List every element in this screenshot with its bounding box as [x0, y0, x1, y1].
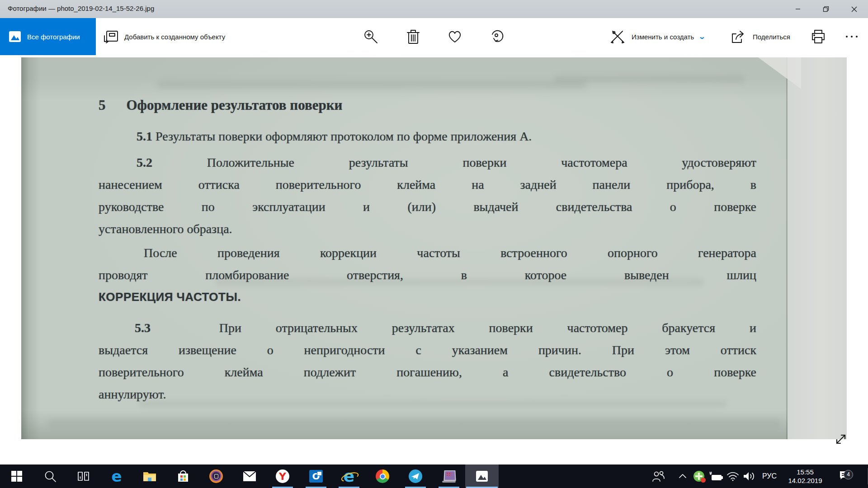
- add-to-album-icon: [103, 29, 118, 44]
- favorite-button[interactable]: [444, 18, 466, 55]
- window-controls: [784, 0, 868, 18]
- document-line: КОРРЕКЦИЯ ЧАСТОТЫ.: [99, 286, 756, 308]
- yandex-browser-icon: Y: [276, 469, 289, 483]
- title-bar: Фотографии — photo_2019-02-14_15-52-26.j…: [0, 0, 868, 18]
- task-view-icon: [77, 470, 90, 483]
- taskbar-search-button[interactable]: [33, 465, 67, 488]
- volume-tray-button[interactable]: [741, 465, 759, 488]
- microsoft-store-button[interactable]: [166, 465, 200, 488]
- microsoft-store-icon: [177, 470, 189, 483]
- zoom-icon: [363, 29, 378, 44]
- chevron-down-icon: ⌄: [698, 33, 706, 40]
- edit-create-label: Изменить и создать: [632, 33, 694, 41]
- telegram-button[interactable]: [399, 465, 432, 488]
- photos-app-button[interactable]: [465, 465, 499, 488]
- delete-button[interactable]: [402, 18, 424, 55]
- photo-viewer: 5Оформление результатов поверки 5.1 Резу…: [0, 55, 868, 465]
- clock-time: 15:55: [788, 468, 822, 476]
- antivirus-icon: [693, 471, 704, 482]
- close-icon: [851, 6, 857, 12]
- document-line: руководстве по эксплуатации и (или) выда…: [99, 196, 756, 218]
- edit-create-button[interactable]: Изменить и создать ⌄: [610, 18, 705, 55]
- mail-icon: [243, 471, 256, 482]
- speaker-icon: [743, 471, 756, 482]
- action-center-button[interactable]: 4: [834, 465, 855, 488]
- edge-icon: e: [111, 469, 122, 483]
- document-heading: 5Оформление результатов поверки: [99, 95, 756, 115]
- chrome-icon: [376, 469, 389, 483]
- document-line: проводят пломбирование отверстия, в кото…: [99, 264, 756, 286]
- close-button[interactable]: [840, 0, 868, 18]
- edit-create-icon: [610, 29, 626, 44]
- taskbar: e Y O: [0, 465, 868, 488]
- document-line: поверительного клейма подлежит погашению…: [99, 361, 756, 383]
- bleed-through-artifact: [555, 75, 745, 83]
- add-to-album-label: Добавить к созданному объекту: [124, 33, 225, 41]
- window-title: Фотографии — photo_2019-02-14_15-52-26.j…: [8, 5, 154, 12]
- document-text: 5Оформление результатов поверки 5.1 Резу…: [99, 95, 756, 405]
- task-view-button[interactable]: [66, 465, 100, 488]
- internet-explorer-button[interactable]: e: [332, 465, 366, 488]
- share-icon: [731, 29, 747, 44]
- print-button[interactable]: [807, 18, 829, 55]
- mail-app-button[interactable]: [233, 465, 266, 488]
- yandex-browser-button[interactable]: Y: [266, 465, 299, 488]
- language-indicator[interactable]: РУС: [760, 465, 779, 488]
- wifi-tray-button[interactable]: [724, 465, 741, 488]
- internet-explorer-icon: e: [342, 469, 356, 483]
- bleed-through-artifact: [48, 419, 781, 427]
- document-line: аннулируют.: [99, 383, 756, 405]
- all-photos-label: Все фотографии: [27, 33, 80, 41]
- document-line: выдается извещение о непригодности с ука…: [99, 339, 756, 361]
- photos-app-icon: [475, 469, 489, 483]
- document-line: 5.3 При отрицательных результатах поверк…: [99, 317, 756, 339]
- print-icon: [811, 29, 826, 44]
- start-button[interactable]: [0, 465, 33, 488]
- trash-icon: [406, 29, 420, 44]
- minimize-button[interactable]: [784, 0, 812, 18]
- file-explorer-icon: [143, 470, 156, 482]
- file-explorer-button[interactable]: [133, 465, 166, 488]
- document-line: нанесением оттиска поверительного клейма…: [99, 174, 756, 196]
- rotate-icon: [490, 29, 505, 44]
- secure-browser-button[interactable]: [199, 465, 233, 488]
- language-label: РУС: [762, 472, 777, 480]
- battery-charging-icon: [709, 471, 723, 482]
- people-button[interactable]: [648, 465, 668, 488]
- document-line: После проведения коррекции частоты встро…: [99, 242, 756, 264]
- fullscreen-expand-icon[interactable]: [834, 432, 848, 446]
- antivirus-tray-button[interactable]: [691, 465, 707, 488]
- more-button[interactable]: [841, 18, 863, 55]
- rotate-button[interactable]: [486, 18, 508, 55]
- outlook-icon: O: [309, 470, 323, 483]
- heart-icon: [447, 29, 462, 44]
- share-label: Поделиться: [753, 33, 790, 41]
- battery-tray-button[interactable]: [707, 465, 725, 488]
- chevron-up-icon: [679, 474, 687, 479]
- page-corner: [758, 57, 801, 89]
- remote-app-button[interactable]: [432, 465, 466, 488]
- restore-icon: [823, 6, 829, 12]
- search-icon: [44, 470, 57, 483]
- more-icon: [845, 35, 859, 38]
- action-center-icon: 4: [839, 470, 850, 482]
- zoom-button[interactable]: [360, 18, 382, 55]
- app-toolbar: Все фотографии Добавить к созданному объ…: [0, 18, 868, 55]
- restore-button[interactable]: [812, 0, 840, 18]
- outlook-button[interactable]: O: [299, 465, 333, 488]
- people-icon: [651, 470, 665, 482]
- document-line: 5.1 Результаты поверки оформляют протоко…: [99, 125, 756, 147]
- chrome-button[interactable]: [366, 465, 399, 488]
- photos-icon: [8, 30, 22, 43]
- tray-overflow-button[interactable]: [675, 465, 691, 488]
- photo-canvas[interactable]: 5Оформление результатов поверки 5.1 Резу…: [21, 57, 847, 439]
- share-button[interactable]: Поделиться: [731, 18, 790, 55]
- windows-start-icon: [11, 470, 23, 482]
- document-line: 5.2 Положительные результаты поверки час…: [99, 151, 756, 174]
- wifi-icon: [726, 471, 739, 481]
- all-photos-button[interactable]: Все фотографии: [0, 18, 96, 55]
- taskbar-edge-button[interactable]: e: [100, 465, 133, 488]
- notification-badge: 4: [844, 470, 853, 479]
- clock[interactable]: 15:55 14.02.2019: [781, 465, 829, 488]
- add-to-album-button[interactable]: Добавить к созданному объекту: [103, 18, 225, 55]
